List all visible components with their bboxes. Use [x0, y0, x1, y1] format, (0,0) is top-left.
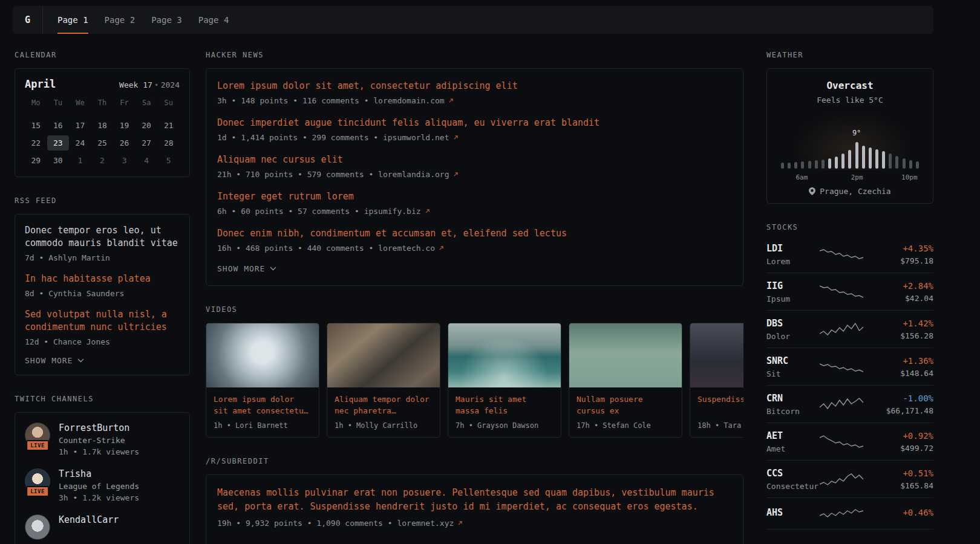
nav-tab[interactable]: Page 4 — [198, 6, 229, 34]
stock-id: CRN Bitcorn — [766, 393, 820, 416]
top-nav-bar: G Page 1Page 2Page 3Page 4 — [13, 6, 933, 34]
twitch-channel[interactable]: LIVE ForrestBurton Counter-Strike 1h • 1… — [25, 423, 180, 456]
video-title[interactable]: Aliquam tempor dolor nec pharetra… — [335, 393, 433, 416]
channel-avatar-wrap: LIVE — [25, 423, 50, 448]
stock-name: Consectetur — [766, 482, 820, 491]
video-thumbnail[interactable] — [448, 323, 561, 387]
weather-bar — [840, 112, 846, 169]
video-card[interactable]: Aliquam tempor dolor nec pharetra… 1h • … — [327, 323, 440, 438]
stock-row[interactable]: LDI Lorem +4.35% $795.18 — [766, 241, 933, 273]
video-card[interactable]: Lorem ipsum dolor sit amet consectetu… 1… — [206, 323, 319, 438]
rss-item[interactable]: In hac habitasse platea 8d • Cynthia Sau… — [25, 273, 180, 298]
calendar-day[interactable]: 3 — [113, 153, 136, 168]
channel-name[interactable]: ForrestBurton — [59, 423, 139, 433]
channel-name[interactable]: KendallCarr — [59, 514, 119, 525]
app-logo[interactable]: G — [13, 6, 43, 34]
calendar-day[interactable]: 1 — [69, 153, 91, 168]
stock-row[interactable]: AET Amet +0.92% $499.72 — [766, 423, 933, 461]
stock-ticker[interactable]: IIG — [766, 280, 820, 291]
video-card[interactable]: Mauris sit amet massa felis 7h • Grayson… — [448, 323, 561, 438]
videos-widget: VIDEOS Lorem ipsum dolor sit amet consec… — [206, 305, 743, 438]
calendar-day[interactable]: 24 — [69, 135, 91, 151]
weekday-label: Th — [91, 99, 114, 109]
nav-tab[interactable]: Page 2 — [105, 6, 136, 34]
video-thumbnail[interactable] — [569, 323, 682, 387]
rss-item-title[interactable]: Sed volutpat nulla nisl, a condimentum n… — [25, 308, 180, 334]
news-item-title[interactable]: Lorem ipsum dolor sit amet, consectetur … — [217, 80, 732, 92]
stock-ticker[interactable]: AET — [766, 430, 820, 441]
twitch-widget: TWITCH CHANNELS LIVE ForrestBurton Count… — [15, 395, 190, 544]
calendar-month: April — [25, 78, 56, 90]
video-title[interactable]: Suspendisse diam — [697, 393, 743, 416]
calendar-day[interactable]: 23 — [47, 135, 70, 151]
stock-row[interactable]: IIG Ipsum +2.84% $42.04 — [766, 273, 933, 311]
video-title[interactable]: Lorem ipsum dolor sit amet consectetu… — [214, 393, 312, 416]
chevron-down-icon — [77, 358, 84, 363]
calendar-day[interactable]: 21 — [157, 118, 180, 133]
calendar-day[interactable]: 28 — [157, 135, 180, 151]
dashboard-content: CALENDAR April Week 17•2024 MoTuWeThFrSa… — [0, 34, 980, 544]
channel-name[interactable]: Trisha — [59, 468, 139, 479]
news-item-title[interactable]: Donec imperdiet augue tincidunt felis al… — [217, 117, 732, 129]
rss-item-title[interactable]: Donec tempor eros leo, ut commodo mauris… — [25, 224, 180, 250]
stock-ticker[interactable]: DBS — [766, 318, 820, 329]
calendar-day[interactable]: 30 — [47, 153, 70, 168]
news-item-title[interactable]: Integer eget rutrum lorem — [217, 190, 732, 202]
twitch-channel[interactable]: LIVE Trisha League of Legends 3h • 1.2k … — [25, 468, 180, 502]
weather-bars: 9° — [779, 112, 921, 169]
twitch-channel[interactable]: KendallCarr — [25, 514, 180, 540]
nav-tab[interactable]: Page 3 — [151, 6, 182, 34]
nav-tab[interactable]: Page 1 — [57, 6, 88, 34]
video-meta: 18h • Tara — [697, 421, 743, 430]
calendar-day[interactable]: 16 — [47, 118, 70, 133]
calendar-card: April Week 17•2024 MoTuWeThFrSaSu 151617… — [15, 68, 190, 177]
video-title[interactable]: Nullam posuere cursus ex — [577, 393, 675, 416]
stock-sparkline — [820, 471, 863, 488]
external-link-icon — [425, 209, 430, 214]
twitch-section-title: TWITCH CHANNELS — [15, 395, 190, 403]
stock-row[interactable]: SNRC Sit +1.36% $148.64 — [766, 348, 933, 386]
calendar-day[interactable]: 17 — [69, 118, 91, 133]
rss-item[interactable]: Donec tempor eros leo, ut commodo mauris… — [25, 224, 180, 262]
calendar-day[interactable]: 18 — [91, 118, 114, 133]
video-title[interactable]: Mauris sit amet massa felis — [456, 393, 554, 416]
stock-ticker[interactable]: AHS — [766, 507, 820, 518]
calendar-day[interactable]: 15 — [25, 118, 47, 133]
video-thumbnail[interactable] — [690, 323, 743, 387]
calendar-week: Week 17 — [119, 80, 152, 89]
news-item-title[interactable]: Donec enim nibh, condimentum et accumsan… — [217, 227, 732, 239]
rss-item-title[interactable]: In hac habitasse platea — [25, 273, 180, 285]
hn-show-more-button[interactable]: SHOW MORE — [217, 264, 276, 273]
rss-show-more-button[interactable]: SHOW MORE — [25, 356, 84, 365]
weekday-label: Mo — [25, 99, 47, 109]
rss-item[interactable]: Sed volutpat nulla nisl, a condimentum n… — [25, 308, 180, 346]
stock-change: +1.42% — [863, 319, 933, 328]
calendar-day[interactable]: 20 — [136, 118, 158, 133]
calendar-day[interactable]: 5 — [157, 153, 180, 168]
calendar-day[interactable]: 27 — [136, 135, 158, 151]
video-card[interactable]: Nullam posuere cursus ex 17h • Stefan Co… — [569, 323, 682, 438]
video-card[interactable]: Suspendisse diam 18h • Tara — [690, 323, 743, 438]
news-item-meta-text: 21h • 710 points • 579 comments • loreml… — [217, 170, 449, 179]
news-item-title[interactable]: Aliquam nec cursus elit — [217, 154, 732, 166]
calendar-day[interactable]: 29 — [25, 153, 47, 168]
calendar-day[interactable]: 4 — [136, 153, 158, 168]
stock-ticker[interactable]: CCS — [766, 468, 820, 479]
stock-ticker[interactable]: LDI — [766, 243, 820, 254]
calendar-day[interactable]: 22 — [25, 135, 47, 151]
stock-name: Sit — [766, 369, 820, 378]
calendar-day[interactable]: 19 — [113, 118, 136, 133]
news-item-meta-text: 6h • 60 points • 57 comments • ipsumify.… — [217, 207, 421, 216]
stock-row[interactable]: CRN Bitcorn -1.00% $66,171.48 — [766, 386, 933, 423]
calendar-day[interactable]: 25 — [91, 135, 114, 151]
stock-row[interactable]: AHS +0.46% — [766, 498, 933, 529]
stock-row[interactable]: CCS Consectetur +0.51% $165.84 — [766, 461, 933, 498]
stock-ticker[interactable]: SNRC — [766, 355, 820, 366]
calendar-day[interactable]: 2 — [91, 153, 114, 168]
calendar-day[interactable]: 26 — [113, 135, 136, 151]
news-item-title[interactable]: Maecenas mollis pulvinar erat non posuer… — [217, 486, 732, 514]
stock-ticker[interactable]: CRN — [766, 393, 820, 404]
stock-row[interactable]: DBS Dolor +1.42% $156.28 — [766, 311, 933, 348]
video-thumbnail[interactable] — [206, 323, 319, 387]
video-thumbnail[interactable] — [327, 323, 440, 387]
